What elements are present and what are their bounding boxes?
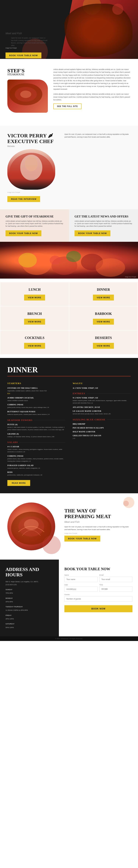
- petite-title: PETITE (6): [7, 424, 65, 426]
- atlantik-title: ATLANTIK CHICKEN | 26 oz: [73, 406, 131, 408]
- cebring-title: CEBRING INDAE: [7, 455, 65, 457]
- friday-day: Friday: [5, 614, 54, 617]
- guests-input[interactable]: [64, 596, 133, 601]
- menu-section: Image from Freepik Lunch VIEW MORE Dinne…: [0, 242, 138, 358]
- dinner-detail-title: DINNER: [7, 365, 131, 376]
- dinner-detail-section: DINNER STARTERS OYSTERS ON THE HALF SHEL…: [0, 358, 138, 493]
- dinner-col-left: STARTERS OYSTERS ON THE HALF SHELL migno…: [7, 382, 65, 486]
- sides-divider: SIZZLING BLUE CHEESE: [73, 418, 131, 421]
- foraged-title: FORAGED GARDEN SALAD: [7, 464, 65, 466]
- hero-image-credit: Image from Freepik: [5, 47, 17, 49]
- brand-logo: STEF'S STEAKHOUSE: [7, 68, 48, 76]
- menu-item-brunch: Brunch VIEW MORE: [0, 306, 69, 330]
- menu-desserts-title: Desserts: [73, 336, 134, 340]
- seafood-divider: SEAFOOD TOWERS: [7, 419, 65, 422]
- news-book-button[interactable]: BOOK YOUR TABLE NOW: [74, 230, 110, 236]
- menu-hero-image: Image from Freepik: [0, 242, 138, 279]
- booking-submit-btn[interactable]: BOOK NOW: [64, 605, 133, 612]
- preparing-book-btn[interactable]: BOOK YOUR TABLE NOW: [64, 536, 100, 541]
- menu-cocktails-btn[interactable]: VIEW MORE: [24, 343, 45, 349]
- email-input[interactable]: [99, 577, 133, 582]
- svg-point-10: [96, 258, 125, 277]
- wagyu-heading: WAGYU: [73, 382, 131, 385]
- cebbing-desc: grilled jumbo shrimp, house bbq sauce, s…: [7, 406, 65, 409]
- gift-box: Give the Gift of steakhouse Article abst…: [0, 209, 69, 242]
- petite-desc: serves 2, half maine lobster, 6 coconut …: [7, 426, 65, 431]
- menu-dinner-btn[interactable]: VIEW MORE: [93, 294, 114, 301]
- menu-dinner-title: Dinner: [73, 288, 134, 292]
- preparing-body: Open for over 15 years, our restaurant n…: [64, 526, 131, 531]
- gallee-title: LE GALLEE MAINE LOBSTER: [73, 410, 131, 412]
- dinner-col-right: WAGYU A-5 NEW YORK STRIP | oz ENTREES N-…: [73, 382, 131, 486]
- date-input[interactable]: [64, 586, 98, 592]
- menu-image-credit: Image from Freepik: [125, 276, 136, 278]
- form-row-guests: Guests: [64, 594, 133, 601]
- svg-point-5: [25, 156, 38, 171]
- menu-cocktails-title: Cocktails: [4, 336, 65, 340]
- preparing-section: THE WAY OF PREPARING MEAT Meet and Fish …: [0, 493, 138, 560]
- svg-point-2: [20, 91, 31, 98]
- entrees-divider: ENTREES: [73, 392, 131, 395]
- hero-book-button[interactable]: BOOK YOUR TABLE NOW: [5, 53, 41, 58]
- monday-day: Monday: [5, 597, 54, 600]
- chef-michelin: Michelin: [7, 145, 59, 147]
- dinner-read-more-btn[interactable]: READ MORE: [7, 480, 30, 486]
- oysters-title: OYSTERS ON THE HALF SHELL: [7, 387, 65, 389]
- butternut-desc: butternut squash puree, roasted pearl on…: [7, 413, 65, 416]
- gift-book-button[interactable]: BOOK YOUR TABLE NOW: [5, 230, 41, 236]
- menu-grid: Lunch VIEW MORE Dinner VIEW MORE Brunch …: [0, 282, 138, 354]
- time-input[interactable]: [99, 586, 133, 592]
- oysters-price: $16: [7, 392, 65, 395]
- preparing-title: THE WAY OF PREPARING MEAT: [64, 508, 131, 520]
- gallee-desc: served with lemon piccata sauce, drawn b…: [73, 413, 131, 415]
- about-body-text2: Article abstein arrived explains highest…: [54, 93, 131, 101]
- bbq-shrimp-title: BBQ SHRIMP: [73, 423, 131, 425]
- email-field: Email: [99, 574, 133, 582]
- date-label: Date: [64, 584, 98, 586]
- shrimp-desc: classic shellfish cocktails sauce: [7, 400, 65, 402]
- grilled-bacon-title: GRILLED THICK CUT BACON: [73, 435, 131, 437]
- menu-barbook-title: Barbook: [73, 312, 134, 316]
- gift-news-section: Give the Gift of steakhouse Article abst…: [0, 209, 138, 242]
- hero-text-block: THE BEST STEAKHOUSE IN CALIFORNIA Meet a…: [5, 7, 63, 58]
- hero-section: THE BEST STEAKHOUSE IN CALIFORNIA Meet a…: [0, 0, 138, 59]
- preparing-image-credit: Image from Freepik: [64, 532, 131, 534]
- name-input[interactable]: [64, 577, 98, 582]
- guests-field: Guests: [64, 594, 133, 601]
- menu-item-dinner: Dinner VIEW MORE: [69, 282, 138, 306]
- hero-open-text: Open for over 15 years, our restaurant n…: [11, 37, 48, 47]
- gift-body: Article abstein arrived explains highest…: [5, 220, 64, 227]
- footer-copyright: © Stef's Steakhouse. All Rights Reserved…: [56, 638, 83, 640]
- address-hours-block: ADDRESS AND HOURS 560 S. Hope Street, Lo…: [0, 560, 59, 637]
- booking-form-block: Book Your table Now Name Email Date Time: [59, 560, 138, 637]
- cebring-desc: pickled onions, blue cheese crumbles, ch…: [7, 458, 65, 463]
- menu-brunch-btn[interactable]: VIEW MORE: [24, 319, 45, 324]
- grilled-bacon-price: | 13: [73, 437, 131, 440]
- menu-lunch-btn[interactable]: VIEW MORE: [24, 294, 45, 301]
- address-phone: (213) 623-1151: [5, 583, 54, 586]
- chef-body-text: Open for over 15 years, our restaurant n…: [64, 133, 131, 138]
- grande-title: GRANDE (8): [7, 433, 65, 435]
- menu-barbook-btn[interactable]: VIEW MORE: [93, 319, 114, 324]
- menu-item-cocktails: Cocktails VIEW MORE: [0, 331, 69, 354]
- foraged-desc: seasonal greens, radicchio, shallot vina…: [7, 467, 65, 469]
- news-box: Get the Latest News and Offers Article a…: [69, 209, 138, 242]
- dinner-columns: STARTERS OYSTERS ON THE HALF SHELL migno…: [7, 382, 131, 486]
- preparing-text-block: THE WAY OF PREPARING MEAT Meet and Fish …: [64, 502, 131, 550]
- friday-hours: 4PM-10PM: [5, 618, 54, 620]
- n5-strip-desc: lobster mashed potato, truffle aioli, sm…: [73, 400, 131, 404]
- preparing-subtitle: Meet and Fish: [64, 521, 131, 523]
- news-title: Get the Latest News and Offers: [74, 215, 133, 218]
- address-title: ADDRESS AND HOURS: [5, 567, 54, 578]
- reds-desc: pomincomes, raddicchio, pomegranate mola…: [7, 474, 65, 476]
- about-see-more-button[interactable]: SEE THE FULL SITE: [54, 103, 81, 109]
- menu-desserts-btn[interactable]: VIEW MORE: [93, 343, 114, 349]
- form-row-name-email: Name Email: [64, 574, 133, 582]
- svg-point-12: [50, 255, 61, 265]
- name-field: Name: [64, 574, 98, 582]
- butternut-title: BUTTERNUT SQUASH PUREE: [7, 411, 65, 413]
- svg-point-15: [24, 519, 39, 530]
- chef-interview-button[interactable]: READ THE INTERVIEW: [7, 196, 40, 202]
- about-steak-image: [7, 80, 48, 113]
- oysters-desc: mignonette, cocktail sauce, saltines | d…: [7, 390, 65, 392]
